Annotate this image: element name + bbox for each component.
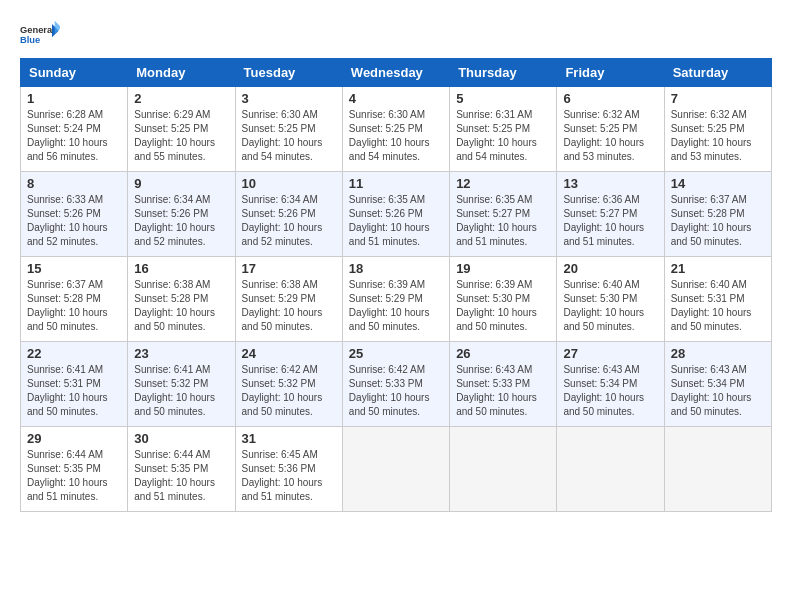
day-number: 3 bbox=[242, 91, 336, 106]
col-friday: Friday bbox=[557, 59, 664, 87]
calendar-cell: 5 Sunrise: 6:31 AM Sunset: 5:25 PM Dayli… bbox=[450, 87, 557, 172]
day-info: Sunrise: 6:39 AM Sunset: 5:29 PM Dayligh… bbox=[349, 278, 443, 334]
day-info: Sunrise: 6:31 AM Sunset: 5:25 PM Dayligh… bbox=[456, 108, 550, 164]
calendar-cell: 23 Sunrise: 6:41 AM Sunset: 5:32 PM Dayl… bbox=[128, 342, 235, 427]
col-tuesday: Tuesday bbox=[235, 59, 342, 87]
day-number: 8 bbox=[27, 176, 121, 191]
day-info: Sunrise: 6:33 AM Sunset: 5:26 PM Dayligh… bbox=[27, 193, 121, 249]
day-info: Sunrise: 6:43 AM Sunset: 5:33 PM Dayligh… bbox=[456, 363, 550, 419]
calendar-cell: 24 Sunrise: 6:42 AM Sunset: 5:32 PM Dayl… bbox=[235, 342, 342, 427]
day-number: 10 bbox=[242, 176, 336, 191]
calendar-cell: 29 Sunrise: 6:44 AM Sunset: 5:35 PM Dayl… bbox=[21, 427, 128, 512]
calendar-cell: 19 Sunrise: 6:39 AM Sunset: 5:30 PM Dayl… bbox=[450, 257, 557, 342]
day-number: 5 bbox=[456, 91, 550, 106]
day-number: 19 bbox=[456, 261, 550, 276]
col-wednesday: Wednesday bbox=[342, 59, 449, 87]
day-number: 13 bbox=[563, 176, 657, 191]
day-info: Sunrise: 6:30 AM Sunset: 5:25 PM Dayligh… bbox=[242, 108, 336, 164]
day-number: 9 bbox=[134, 176, 228, 191]
day-number: 25 bbox=[349, 346, 443, 361]
calendar-cell: 31 Sunrise: 6:45 AM Sunset: 5:36 PM Dayl… bbox=[235, 427, 342, 512]
day-info: Sunrise: 6:38 AM Sunset: 5:28 PM Dayligh… bbox=[134, 278, 228, 334]
day-number: 27 bbox=[563, 346, 657, 361]
day-info: Sunrise: 6:45 AM Sunset: 5:36 PM Dayligh… bbox=[242, 448, 336, 504]
calendar-cell: 21 Sunrise: 6:40 AM Sunset: 5:31 PM Dayl… bbox=[664, 257, 771, 342]
calendar-cell: 2 Sunrise: 6:29 AM Sunset: 5:25 PM Dayli… bbox=[128, 87, 235, 172]
calendar-table: Sunday Monday Tuesday Wednesday Thursday… bbox=[20, 58, 772, 512]
calendar-cell: 3 Sunrise: 6:30 AM Sunset: 5:25 PM Dayli… bbox=[235, 87, 342, 172]
day-info: Sunrise: 6:28 AM Sunset: 5:24 PM Dayligh… bbox=[27, 108, 121, 164]
calendar-cell: 14 Sunrise: 6:37 AM Sunset: 5:28 PM Dayl… bbox=[664, 172, 771, 257]
calendar-cell: 30 Sunrise: 6:44 AM Sunset: 5:35 PM Dayl… bbox=[128, 427, 235, 512]
calendar-cell: 18 Sunrise: 6:39 AM Sunset: 5:29 PM Dayl… bbox=[342, 257, 449, 342]
day-info: Sunrise: 6:40 AM Sunset: 5:31 PM Dayligh… bbox=[671, 278, 765, 334]
day-number: 11 bbox=[349, 176, 443, 191]
calendar-cell: 7 Sunrise: 6:32 AM Sunset: 5:25 PM Dayli… bbox=[664, 87, 771, 172]
calendar-cell: 10 Sunrise: 6:34 AM Sunset: 5:26 PM Dayl… bbox=[235, 172, 342, 257]
day-number: 26 bbox=[456, 346, 550, 361]
day-number: 7 bbox=[671, 91, 765, 106]
calendar-cell: 28 Sunrise: 6:43 AM Sunset: 5:34 PM Dayl… bbox=[664, 342, 771, 427]
calendar-header-row: Sunday Monday Tuesday Wednesday Thursday… bbox=[21, 59, 772, 87]
day-info: Sunrise: 6:37 AM Sunset: 5:28 PM Dayligh… bbox=[671, 193, 765, 249]
day-number: 31 bbox=[242, 431, 336, 446]
day-info: Sunrise: 6:42 AM Sunset: 5:33 PM Dayligh… bbox=[349, 363, 443, 419]
calendar-cell: 17 Sunrise: 6:38 AM Sunset: 5:29 PM Dayl… bbox=[235, 257, 342, 342]
day-number: 18 bbox=[349, 261, 443, 276]
calendar-cell bbox=[557, 427, 664, 512]
week-row-4: 22 Sunrise: 6:41 AM Sunset: 5:31 PM Dayl… bbox=[21, 342, 772, 427]
day-info: Sunrise: 6:35 AM Sunset: 5:26 PM Dayligh… bbox=[349, 193, 443, 249]
day-info: Sunrise: 6:43 AM Sunset: 5:34 PM Dayligh… bbox=[563, 363, 657, 419]
day-number: 21 bbox=[671, 261, 765, 276]
svg-marker-3 bbox=[55, 21, 60, 34]
day-info: Sunrise: 6:30 AM Sunset: 5:25 PM Dayligh… bbox=[349, 108, 443, 164]
day-info: Sunrise: 6:35 AM Sunset: 5:27 PM Dayligh… bbox=[456, 193, 550, 249]
calendar-cell: 20 Sunrise: 6:40 AM Sunset: 5:30 PM Dayl… bbox=[557, 257, 664, 342]
page-wrapper: General Blue Sunday Monday Tuesday Wedne… bbox=[20, 20, 772, 512]
calendar-cell: 1 Sunrise: 6:28 AM Sunset: 5:24 PM Dayli… bbox=[21, 87, 128, 172]
day-info: Sunrise: 6:32 AM Sunset: 5:25 PM Dayligh… bbox=[563, 108, 657, 164]
day-number: 28 bbox=[671, 346, 765, 361]
col-monday: Monday bbox=[128, 59, 235, 87]
day-info: Sunrise: 6:34 AM Sunset: 5:26 PM Dayligh… bbox=[134, 193, 228, 249]
day-number: 1 bbox=[27, 91, 121, 106]
calendar-cell: 16 Sunrise: 6:38 AM Sunset: 5:28 PM Dayl… bbox=[128, 257, 235, 342]
day-number: 30 bbox=[134, 431, 228, 446]
day-number: 14 bbox=[671, 176, 765, 191]
col-saturday: Saturday bbox=[664, 59, 771, 87]
day-info: Sunrise: 6:39 AM Sunset: 5:30 PM Dayligh… bbox=[456, 278, 550, 334]
week-row-5: 29 Sunrise: 6:44 AM Sunset: 5:35 PM Dayl… bbox=[21, 427, 772, 512]
day-info: Sunrise: 6:44 AM Sunset: 5:35 PM Dayligh… bbox=[27, 448, 121, 504]
day-info: Sunrise: 6:34 AM Sunset: 5:26 PM Dayligh… bbox=[242, 193, 336, 249]
calendar-cell: 12 Sunrise: 6:35 AM Sunset: 5:27 PM Dayl… bbox=[450, 172, 557, 257]
day-info: Sunrise: 6:38 AM Sunset: 5:29 PM Dayligh… bbox=[242, 278, 336, 334]
calendar-cell: 25 Sunrise: 6:42 AM Sunset: 5:33 PM Dayl… bbox=[342, 342, 449, 427]
day-number: 22 bbox=[27, 346, 121, 361]
calendar-cell: 4 Sunrise: 6:30 AM Sunset: 5:25 PM Dayli… bbox=[342, 87, 449, 172]
col-sunday: Sunday bbox=[21, 59, 128, 87]
day-info: Sunrise: 6:44 AM Sunset: 5:35 PM Dayligh… bbox=[134, 448, 228, 504]
day-number: 20 bbox=[563, 261, 657, 276]
calendar-cell: 9 Sunrise: 6:34 AM Sunset: 5:26 PM Dayli… bbox=[128, 172, 235, 257]
day-number: 17 bbox=[242, 261, 336, 276]
calendar-cell: 22 Sunrise: 6:41 AM Sunset: 5:31 PM Dayl… bbox=[21, 342, 128, 427]
calendar-cell bbox=[342, 427, 449, 512]
day-number: 24 bbox=[242, 346, 336, 361]
day-number: 15 bbox=[27, 261, 121, 276]
col-thursday: Thursday bbox=[450, 59, 557, 87]
calendar-cell: 27 Sunrise: 6:43 AM Sunset: 5:34 PM Dayl… bbox=[557, 342, 664, 427]
day-info: Sunrise: 6:41 AM Sunset: 5:31 PM Dayligh… bbox=[27, 363, 121, 419]
day-info: Sunrise: 6:41 AM Sunset: 5:32 PM Dayligh… bbox=[134, 363, 228, 419]
calendar-cell: 6 Sunrise: 6:32 AM Sunset: 5:25 PM Dayli… bbox=[557, 87, 664, 172]
calendar-cell: 11 Sunrise: 6:35 AM Sunset: 5:26 PM Dayl… bbox=[342, 172, 449, 257]
day-info: Sunrise: 6:37 AM Sunset: 5:28 PM Dayligh… bbox=[27, 278, 121, 334]
day-info: Sunrise: 6:36 AM Sunset: 5:27 PM Dayligh… bbox=[563, 193, 657, 249]
day-number: 29 bbox=[27, 431, 121, 446]
logo-area: General Blue bbox=[20, 20, 60, 50]
header: General Blue bbox=[20, 20, 772, 50]
day-info: Sunrise: 6:29 AM Sunset: 5:25 PM Dayligh… bbox=[134, 108, 228, 164]
week-row-3: 15 Sunrise: 6:37 AM Sunset: 5:28 PM Dayl… bbox=[21, 257, 772, 342]
calendar-cell bbox=[450, 427, 557, 512]
day-number: 2 bbox=[134, 91, 228, 106]
day-number: 23 bbox=[134, 346, 228, 361]
